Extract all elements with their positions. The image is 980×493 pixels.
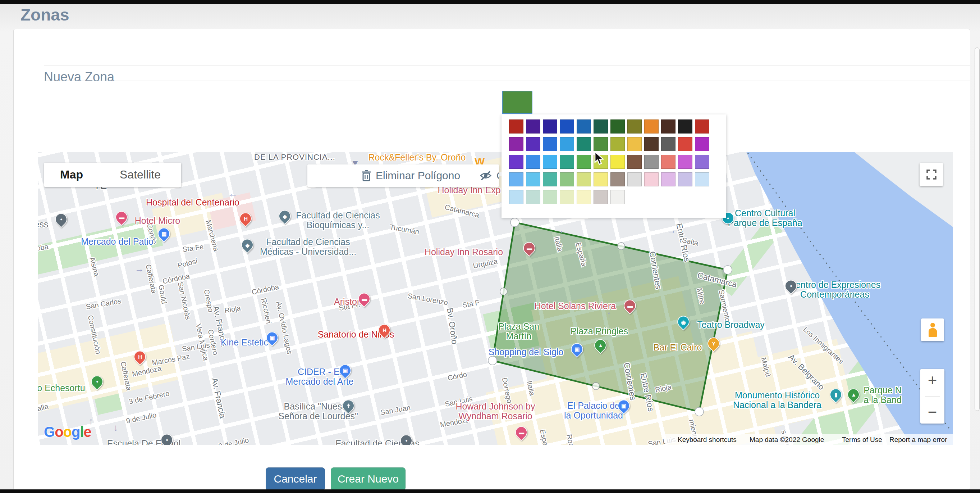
palette-swatch[interactable] [661,172,676,187]
palette-swatch[interactable] [526,137,540,151]
palette-swatch[interactable] [577,120,591,134]
palette-swatch[interactable] [509,137,523,151]
divider [44,65,970,66]
palette-swatch[interactable] [593,120,608,134]
palette-swatch[interactable] [644,172,659,187]
oneway-arrow-icon: → [667,225,676,236]
palette-swatch[interactable] [593,155,608,169]
palette-swatch[interactable] [543,190,557,204]
palette-swatch[interactable] [627,172,642,187]
map-type-map-button[interactable]: Map [44,163,99,187]
palette-swatch[interactable] [560,190,574,204]
cancel-button[interactable]: Cancelar [266,467,325,490]
palette-swatch[interactable] [611,190,625,204]
color-palette-popup [501,115,726,218]
palette-swatch[interactable] [611,137,625,151]
window-bottom-bar [0,490,980,493]
divider [44,81,970,81]
map-label: Parque N a la Band [864,385,902,405]
form-actions: Cancelar Crear Nuevo [266,467,406,490]
palette-swatch[interactable] [695,172,709,187]
palette-swatch[interactable] [577,155,591,169]
palette-swatch[interactable] [644,155,659,169]
fullscreen-button[interactable] [920,163,943,186]
palette-swatch[interactable] [543,155,557,169]
palette-swatch[interactable] [526,155,540,169]
palette-swatch[interactable] [509,190,523,204]
palette-swatch[interactable] [661,155,676,169]
map-label: Centro de Expresiones Contemporáneas [789,280,880,299]
palette-swatch[interactable] [593,137,608,151]
palette-swatch[interactable] [678,155,692,169]
palette-swatch[interactable] [543,137,557,151]
palette-swatch[interactable] [526,172,540,187]
palette-swatch[interactable] [611,155,625,169]
palette-swatch[interactable] [695,120,709,134]
oneway-arrow-icon: ↓ [114,422,118,433]
palette-swatch[interactable] [627,155,642,169]
oneway-arrow-icon: ← [558,225,568,236]
window-top-bar [0,0,980,4]
palette-swatch[interactable] [560,120,574,134]
selected-color-swatch[interactable] [502,91,533,114]
palette-swatch[interactable] [543,120,557,134]
map-label: DE LA PROVINCIA... [254,153,336,161]
keyboard-shortcuts-link[interactable]: Keyboard shortcuts [678,436,737,444]
palette-swatch[interactable] [577,190,591,204]
map-attribution: Keyboard shortcuts Map data ©2022 Google… [665,434,953,445]
palette-swatch[interactable] [509,120,523,134]
map-label: Mercado del Patio [81,237,154,247]
pegman-button[interactable] [921,319,944,341]
palette-swatch[interactable] [678,120,692,134]
palette-swatch[interactable] [526,120,540,134]
delete-polygon-button[interactable]: Eliminar Polígono [361,164,460,187]
palette-swatch[interactable] [644,120,659,134]
palette-swatch[interactable] [543,172,557,187]
palette-swatch[interactable] [593,172,608,187]
map-label: Teatro Broadway [697,320,765,330]
palette-swatch[interactable] [678,172,692,187]
palette-swatch[interactable] [577,172,591,187]
map-label: Rock&Feller's By. Oroño [368,153,466,162]
palette-swatch[interactable] [695,137,709,151]
section-title: Nueva Zona [44,69,115,85]
palette-swatch[interactable] [611,172,625,187]
zoom-out-button[interactable]: − [920,404,944,420]
palette-swatch[interactable] [509,172,523,187]
palette-swatch[interactable] [627,137,642,151]
trash-icon [361,170,371,181]
map-label: Plaza Pringles [571,326,628,336]
palette-swatch[interactable] [560,172,574,187]
palette-swatch[interactable] [661,120,676,134]
terms-of-use-link[interactable]: Terms of Use [842,436,882,444]
palette-swatch[interactable] [509,155,523,169]
fullscreen-icon [926,169,937,180]
zoom-in-button[interactable]: + [920,372,944,388]
palette-swatch[interactable] [560,137,574,151]
report-map-error-link[interactable]: Report a map error [889,436,947,444]
palette-swatch[interactable] [577,137,591,151]
map-label: o Echesortu [38,383,85,393]
palette-swatch[interactable] [695,155,709,169]
palette-swatch[interactable] [593,190,608,204]
palette-swatch[interactable] [560,155,574,169]
map-label: Bar El Cairo [654,343,702,352]
map-type-satellite-button[interactable]: Satellite [99,163,181,187]
palette-swatch[interactable] [661,137,676,151]
palette-swatch[interactable] [526,190,540,204]
map-label: Centro Cultural Parque de España [728,208,802,228]
map-label: Hotel Micro [135,216,180,226]
zoom-divider [925,396,940,397]
scrollbar-thumb[interactable] [975,48,980,411]
palette-swatch[interactable] [644,137,659,151]
map-canvas[interactable]: obaAlsinaCondePotosíSta FeMarchenaCaffer… [38,152,953,445]
map-label: ess [38,220,48,229]
palette-swatch[interactable] [678,137,692,151]
palette-swatch[interactable] [611,120,625,134]
pegman-icon [931,323,935,327]
palette-swatch[interactable] [627,120,642,134]
google-logo: Google [44,424,91,440]
hide-zones-button[interactable]: Oc [479,164,499,187]
create-button[interactable]: Crear Nuevo [331,467,406,490]
map-label: Kine Estetic [221,338,268,347]
